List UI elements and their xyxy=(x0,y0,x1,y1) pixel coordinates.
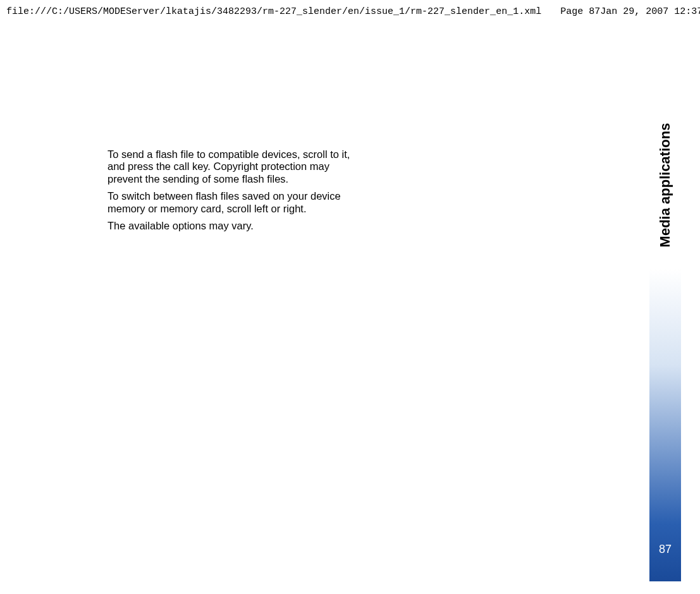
body-text: To send a flash file to compatible devic… xyxy=(107,148,357,238)
print-header: file:///C:/USERS/MODEServer/lkatajis/348… xyxy=(0,6,700,17)
paragraph-2: To switch between flash files saved on y… xyxy=(107,190,357,215)
paragraph-3: The available options may vary. xyxy=(107,220,357,232)
page-label: Page 87 xyxy=(560,6,600,17)
file-path: file:///C:/USERS/MODEServer/lkatajis/348… xyxy=(6,6,541,17)
paragraph-1: To send a flash file to compatible devic… xyxy=(107,148,357,185)
page-number: 87 xyxy=(659,543,672,556)
sidebar-tab: Media applications 87 xyxy=(649,101,681,581)
section-title: Media applications xyxy=(657,123,673,248)
print-datetime: Jan 29, 2007 12:37:36 PM xyxy=(600,6,700,17)
